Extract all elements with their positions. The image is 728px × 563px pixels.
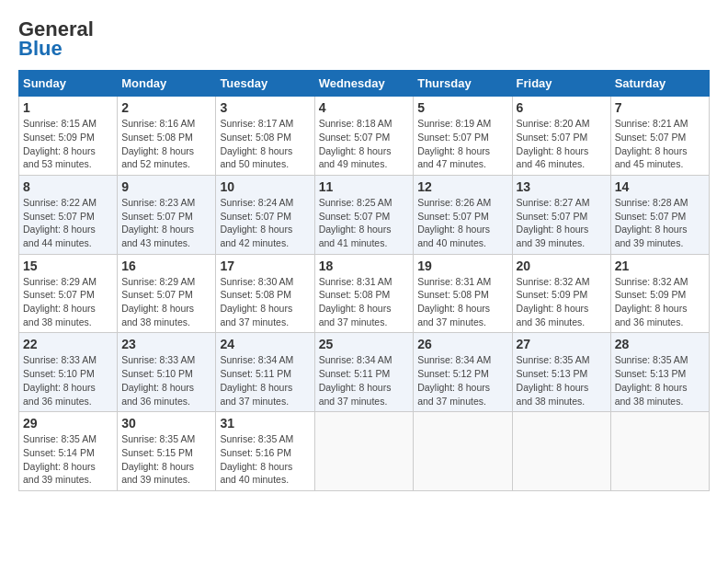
calendar-week-5: 29 Sunrise: 8:35 AM Sunset: 5:14 PM Dayl… xyxy=(19,412,710,491)
calendar-cell: 24 Sunrise: 8:34 AM Sunset: 5:11 PM Dayl… xyxy=(216,333,314,412)
calendar-cell: 22 Sunrise: 8:33 AM Sunset: 5:10 PM Dayl… xyxy=(19,333,118,412)
logo: General Blue xyxy=(18,18,94,61)
day-number: 10 xyxy=(220,179,310,194)
calendar-table: SundayMondayTuesdayWednesdayThursdayFrid… xyxy=(18,70,710,491)
calendar-header-row: SundayMondayTuesdayWednesdayThursdayFrid… xyxy=(19,71,710,97)
col-header-tuesday: Tuesday xyxy=(216,71,314,97)
day-number: 15 xyxy=(23,259,113,273)
calendar-cell: 19 Sunrise: 8:31 AM Sunset: 5:08 PM Dayl… xyxy=(414,254,512,333)
day-info: Sunrise: 8:25 AM Sunset: 5:07 PM Dayligh… xyxy=(319,196,410,250)
day-info: Sunrise: 8:17 AM Sunset: 5:08 PM Dayligh… xyxy=(220,117,310,171)
calendar-cell: 2 Sunrise: 8:16 AM Sunset: 5:08 PM Dayli… xyxy=(118,97,216,176)
day-number: 13 xyxy=(517,179,607,194)
day-number: 6 xyxy=(517,100,607,115)
calendar-cell: 11 Sunrise: 8:25 AM Sunset: 5:07 PM Dayl… xyxy=(314,175,414,254)
calendar-cell: 28 Sunrise: 8:35 AM Sunset: 5:13 PM Dayl… xyxy=(610,333,709,412)
day-info: Sunrise: 8:22 AM Sunset: 5:07 PM Dayligh… xyxy=(23,196,113,250)
calendar-cell: 10 Sunrise: 8:24 AM Sunset: 5:07 PM Dayl… xyxy=(216,175,314,254)
day-info: Sunrise: 8:16 AM Sunset: 5:08 PM Dayligh… xyxy=(121,117,211,171)
day-number: 11 xyxy=(319,179,410,194)
col-header-friday: Friday xyxy=(512,71,610,97)
calendar-cell: 29 Sunrise: 8:35 AM Sunset: 5:14 PM Dayl… xyxy=(19,412,118,491)
day-number: 25 xyxy=(319,337,410,351)
day-info: Sunrise: 8:34 AM Sunset: 5:11 PM Dayligh… xyxy=(220,353,310,408)
calendar-cell: 27 Sunrise: 8:35 AM Sunset: 5:13 PM Dayl… xyxy=(512,333,610,412)
day-number: 28 xyxy=(615,337,705,351)
day-number: 27 xyxy=(517,337,607,351)
day-info: Sunrise: 8:34 AM Sunset: 5:11 PM Dayligh… xyxy=(319,353,410,408)
day-info: Sunrise: 8:33 AM Sunset: 5:10 PM Dayligh… xyxy=(121,353,211,408)
day-number: 24 xyxy=(220,337,310,351)
col-header-saturday: Saturday xyxy=(610,71,709,97)
day-info: Sunrise: 8:21 AM Sunset: 5:07 PM Dayligh… xyxy=(615,117,705,171)
day-number: 5 xyxy=(417,100,507,115)
day-number: 18 xyxy=(319,259,410,273)
calendar-cell xyxy=(512,412,610,491)
calendar-cell: 31 Sunrise: 8:35 AM Sunset: 5:16 PM Dayl… xyxy=(216,412,314,491)
day-info: Sunrise: 8:32 AM Sunset: 5:09 PM Dayligh… xyxy=(615,275,705,329)
calendar-cell: 1 Sunrise: 8:15 AM Sunset: 5:09 PM Dayli… xyxy=(19,97,118,176)
day-info: Sunrise: 8:34 AM Sunset: 5:12 PM Dayligh… xyxy=(417,353,507,408)
day-number: 9 xyxy=(121,179,211,194)
calendar-cell: 25 Sunrise: 8:34 AM Sunset: 5:11 PM Dayl… xyxy=(314,333,414,412)
calendar-cell: 21 Sunrise: 8:32 AM Sunset: 5:09 PM Dayl… xyxy=(610,254,709,333)
day-number: 29 xyxy=(23,416,113,431)
day-number: 4 xyxy=(319,100,410,115)
day-info: Sunrise: 8:35 AM Sunset: 5:15 PM Dayligh… xyxy=(121,432,211,487)
day-number: 30 xyxy=(121,416,211,431)
page-header: General Blue xyxy=(18,18,710,61)
col-header-monday: Monday xyxy=(118,71,216,97)
day-info: Sunrise: 8:19 AM Sunset: 5:07 PM Dayligh… xyxy=(417,117,507,171)
calendar-cell: 16 Sunrise: 8:29 AM Sunset: 5:07 PM Dayl… xyxy=(118,254,216,333)
day-info: Sunrise: 8:20 AM Sunset: 5:07 PM Dayligh… xyxy=(517,117,607,171)
day-number: 26 xyxy=(417,337,507,351)
calendar-cell: 5 Sunrise: 8:19 AM Sunset: 5:07 PM Dayli… xyxy=(414,97,512,176)
day-info: Sunrise: 8:24 AM Sunset: 5:07 PM Dayligh… xyxy=(220,196,310,250)
calendar-body: 1 Sunrise: 8:15 AM Sunset: 5:09 PM Dayli… xyxy=(19,97,710,491)
calendar-cell: 20 Sunrise: 8:32 AM Sunset: 5:09 PM Dayl… xyxy=(512,254,610,333)
day-number: 17 xyxy=(220,259,310,273)
col-header-wednesday: Wednesday xyxy=(314,71,414,97)
calendar-week-4: 22 Sunrise: 8:33 AM Sunset: 5:10 PM Dayl… xyxy=(19,333,710,412)
day-info: Sunrise: 8:18 AM Sunset: 5:07 PM Dayligh… xyxy=(319,117,410,171)
col-header-thursday: Thursday xyxy=(414,71,512,97)
day-number: 8 xyxy=(23,179,113,194)
calendar-cell: 12 Sunrise: 8:26 AM Sunset: 5:07 PM Dayl… xyxy=(414,175,512,254)
day-number: 16 xyxy=(121,259,211,273)
day-info: Sunrise: 8:28 AM Sunset: 5:07 PM Dayligh… xyxy=(615,196,705,250)
day-number: 12 xyxy=(417,179,507,194)
day-info: Sunrise: 8:23 AM Sunset: 5:07 PM Dayligh… xyxy=(121,196,211,250)
calendar-cell: 8 Sunrise: 8:22 AM Sunset: 5:07 PM Dayli… xyxy=(19,175,118,254)
day-info: Sunrise: 8:29 AM Sunset: 5:07 PM Dayligh… xyxy=(23,275,113,329)
day-number: 21 xyxy=(615,259,705,273)
col-header-sunday: Sunday xyxy=(19,71,118,97)
calendar-cell: 23 Sunrise: 8:33 AM Sunset: 5:10 PM Dayl… xyxy=(118,333,216,412)
calendar-week-3: 15 Sunrise: 8:29 AM Sunset: 5:07 PM Dayl… xyxy=(19,254,710,333)
day-info: Sunrise: 8:31 AM Sunset: 5:08 PM Dayligh… xyxy=(319,275,410,329)
day-number: 22 xyxy=(23,337,113,351)
day-info: Sunrise: 8:32 AM Sunset: 5:09 PM Dayligh… xyxy=(517,275,607,329)
calendar-cell xyxy=(314,412,414,491)
calendar-cell xyxy=(414,412,512,491)
day-info: Sunrise: 8:35 AM Sunset: 5:13 PM Dayligh… xyxy=(517,353,607,408)
calendar-cell: 14 Sunrise: 8:28 AM Sunset: 5:07 PM Dayl… xyxy=(610,175,709,254)
day-info: Sunrise: 8:26 AM Sunset: 5:07 PM Dayligh… xyxy=(417,196,507,250)
day-number: 19 xyxy=(417,259,507,273)
day-number: 3 xyxy=(220,100,310,115)
calendar-cell: 26 Sunrise: 8:34 AM Sunset: 5:12 PM Dayl… xyxy=(414,333,512,412)
calendar-cell: 6 Sunrise: 8:20 AM Sunset: 5:07 PM Dayli… xyxy=(512,97,610,176)
calendar-week-1: 1 Sunrise: 8:15 AM Sunset: 5:09 PM Dayli… xyxy=(19,97,710,176)
day-number: 7 xyxy=(615,100,705,115)
day-info: Sunrise: 8:33 AM Sunset: 5:10 PM Dayligh… xyxy=(23,353,113,408)
calendar-cell: 7 Sunrise: 8:21 AM Sunset: 5:07 PM Dayli… xyxy=(610,97,709,176)
calendar-cell xyxy=(610,412,709,491)
day-number: 2 xyxy=(121,100,211,115)
day-number: 23 xyxy=(121,337,211,351)
day-number: 31 xyxy=(220,416,310,431)
day-info: Sunrise: 8:29 AM Sunset: 5:07 PM Dayligh… xyxy=(121,275,211,329)
day-info: Sunrise: 8:35 AM Sunset: 5:16 PM Dayligh… xyxy=(220,432,310,487)
calendar-cell: 15 Sunrise: 8:29 AM Sunset: 5:07 PM Dayl… xyxy=(19,254,118,333)
day-info: Sunrise: 8:15 AM Sunset: 5:09 PM Dayligh… xyxy=(23,117,113,171)
day-info: Sunrise: 8:30 AM Sunset: 5:08 PM Dayligh… xyxy=(220,275,310,329)
calendar-week-2: 8 Sunrise: 8:22 AM Sunset: 5:07 PM Dayli… xyxy=(19,175,710,254)
